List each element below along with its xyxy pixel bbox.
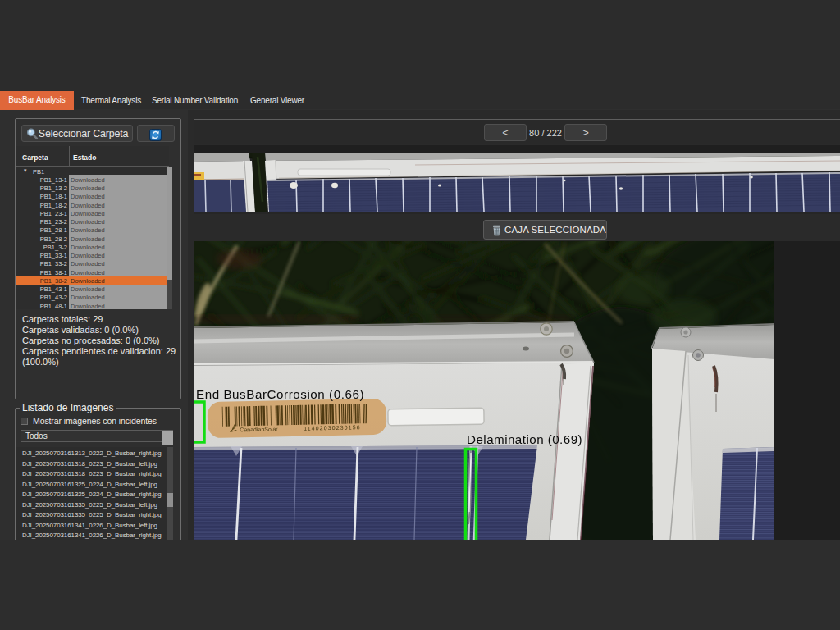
svg-text:11402030230156: 11402030230156 [304,424,361,431]
svg-text:End BusBarCorrosion (0.66): End BusBarCorrosion (0.66) [196,387,364,401]
svg-text:Delamination (0.69): Delamination (0.69) [467,432,582,446]
svg-text:CanadianSolar: CanadianSolar [240,426,278,432]
